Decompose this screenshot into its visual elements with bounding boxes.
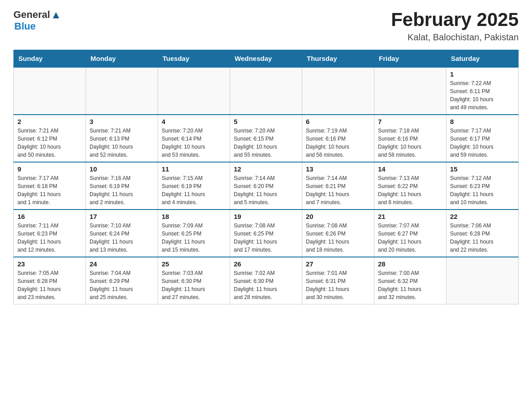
day-info: Sunrise: 7:19 AM Sunset: 6:16 PM Dayligh…	[306, 127, 370, 159]
day-info: Sunrise: 7:18 AM Sunset: 6:16 PM Dayligh…	[378, 127, 442, 159]
logo: General Blue	[13, 9, 61, 32]
calendar-week-row: 2Sunrise: 7:21 AM Sunset: 6:12 PM Daylig…	[14, 115, 519, 162]
day-info: Sunrise: 7:09 AM Sunset: 6:25 PM Dayligh…	[162, 222, 226, 254]
logo-blue-text: Blue	[14, 21, 36, 32]
calendar-cell: 1Sunrise: 7:22 AM Sunset: 6:11 PM Daylig…	[446, 67, 519, 115]
header-tuesday: Tuesday	[158, 50, 230, 68]
day-number: 1	[450, 70, 515, 78]
day-info: Sunrise: 7:02 AM Sunset: 6:30 PM Dayligh…	[234, 269, 298, 301]
calendar-cell: 18Sunrise: 7:09 AM Sunset: 6:25 PM Dayli…	[158, 210, 230, 257]
header-thursday: Thursday	[302, 50, 374, 68]
page-header: General Blue February 2025 Kalat, Baloch…	[13, 9, 519, 43]
day-number: 28	[378, 260, 442, 268]
calendar-cell: 10Sunrise: 7:16 AM Sunset: 6:19 PM Dayli…	[86, 162, 158, 210]
calendar-cell: 6Sunrise: 7:19 AM Sunset: 6:16 PM Daylig…	[302, 115, 374, 162]
calendar-week-row: 1Sunrise: 7:22 AM Sunset: 6:11 PM Daylig…	[14, 67, 519, 115]
day-info: Sunrise: 7:05 AM Sunset: 6:28 PM Dayligh…	[17, 269, 82, 301]
header-monday: Monday	[86, 50, 158, 68]
day-info: Sunrise: 7:00 AM Sunset: 6:32 PM Dayligh…	[378, 269, 442, 301]
calendar-cell: 13Sunrise: 7:14 AM Sunset: 6:21 PM Dayli…	[302, 162, 374, 210]
day-number: 2	[17, 118, 82, 125]
day-info: Sunrise: 7:07 AM Sunset: 6:27 PM Dayligh…	[378, 222, 442, 254]
calendar-cell	[230, 67, 302, 115]
day-number: 13	[306, 165, 370, 173]
calendar-cell: 28Sunrise: 7:00 AM Sunset: 6:32 PM Dayli…	[374, 257, 446, 304]
calendar-cell: 15Sunrise: 7:12 AM Sunset: 6:23 PM Dayli…	[446, 162, 519, 210]
calendar-cell: 16Sunrise: 7:11 AM Sunset: 6:23 PM Dayli…	[14, 210, 86, 257]
calendar-cell: 8Sunrise: 7:17 AM Sunset: 6:17 PM Daylig…	[446, 115, 519, 162]
calendar-cell: 14Sunrise: 7:13 AM Sunset: 6:22 PM Dayli…	[374, 162, 446, 210]
header-saturday: Saturday	[446, 50, 519, 68]
calendar-cell	[14, 67, 86, 115]
day-number: 9	[17, 165, 82, 173]
day-info: Sunrise: 7:04 AM Sunset: 6:29 PM Dayligh…	[90, 269, 154, 301]
day-number: 27	[306, 260, 370, 268]
day-number: 7	[378, 118, 442, 125]
calendar-cell: 7Sunrise: 7:18 AM Sunset: 6:16 PM Daylig…	[374, 115, 446, 162]
calendar-cell: 5Sunrise: 7:20 AM Sunset: 6:15 PM Daylig…	[230, 115, 302, 162]
calendar-cell: 20Sunrise: 7:08 AM Sunset: 6:26 PM Dayli…	[302, 210, 374, 257]
day-number: 11	[162, 165, 226, 173]
calendar-cell: 27Sunrise: 7:01 AM Sunset: 6:31 PM Dayli…	[302, 257, 374, 304]
calendar-cell	[86, 67, 158, 115]
logo-general-text: General	[13, 9, 50, 21]
day-number: 12	[234, 165, 298, 173]
day-number: 23	[17, 260, 82, 268]
day-info: Sunrise: 7:08 AM Sunset: 6:26 PM Dayligh…	[306, 222, 370, 254]
day-info: Sunrise: 7:14 AM Sunset: 6:21 PM Dayligh…	[306, 174, 370, 206]
day-number: 19	[234, 213, 298, 220]
calendar-cell: 23Sunrise: 7:05 AM Sunset: 6:28 PM Dayli…	[14, 257, 86, 304]
calendar-cell: 22Sunrise: 7:06 AM Sunset: 6:28 PM Dayli…	[446, 210, 519, 257]
day-info: Sunrise: 7:20 AM Sunset: 6:14 PM Dayligh…	[162, 127, 226, 159]
calendar-cell	[446, 257, 519, 304]
calendar-cell	[158, 67, 230, 115]
day-number: 14	[378, 165, 442, 173]
calendar-week-row: 23Sunrise: 7:05 AM Sunset: 6:28 PM Dayli…	[14, 257, 519, 304]
calendar-cell: 26Sunrise: 7:02 AM Sunset: 6:30 PM Dayli…	[230, 257, 302, 304]
day-info: Sunrise: 7:17 AM Sunset: 6:17 PM Dayligh…	[450, 127, 515, 159]
day-number: 26	[234, 260, 298, 268]
day-number: 18	[162, 213, 226, 220]
day-info: Sunrise: 7:17 AM Sunset: 6:18 PM Dayligh…	[17, 174, 82, 206]
calendar-week-row: 16Sunrise: 7:11 AM Sunset: 6:23 PM Dayli…	[14, 210, 519, 257]
calendar-cell: 11Sunrise: 7:15 AM Sunset: 6:19 PM Dayli…	[158, 162, 230, 210]
calendar-table: SundayMondayTuesdayWednesdayThursdayFrid…	[13, 50, 519, 304]
calendar-cell: 12Sunrise: 7:14 AM Sunset: 6:20 PM Dayli…	[230, 162, 302, 210]
svg-marker-0	[53, 12, 59, 18]
day-info: Sunrise: 7:13 AM Sunset: 6:22 PM Dayligh…	[378, 174, 442, 206]
calendar-cell: 4Sunrise: 7:20 AM Sunset: 6:14 PM Daylig…	[158, 115, 230, 162]
calendar-week-row: 9Sunrise: 7:17 AM Sunset: 6:18 PM Daylig…	[14, 162, 519, 210]
calendar-cell: 9Sunrise: 7:17 AM Sunset: 6:18 PM Daylig…	[14, 162, 86, 210]
day-info: Sunrise: 7:11 AM Sunset: 6:23 PM Dayligh…	[17, 222, 82, 254]
day-info: Sunrise: 7:12 AM Sunset: 6:23 PM Dayligh…	[450, 174, 515, 206]
day-info: Sunrise: 7:22 AM Sunset: 6:11 PM Dayligh…	[450, 79, 515, 111]
day-number: 22	[450, 213, 515, 220]
calendar-cell: 19Sunrise: 7:08 AM Sunset: 6:25 PM Dayli…	[230, 210, 302, 257]
day-info: Sunrise: 7:20 AM Sunset: 6:15 PM Dayligh…	[234, 127, 298, 159]
day-info: Sunrise: 7:06 AM Sunset: 6:28 PM Dayligh…	[450, 222, 515, 254]
day-number: 15	[450, 165, 515, 173]
day-info: Sunrise: 7:15 AM Sunset: 6:19 PM Dayligh…	[162, 174, 226, 206]
day-number: 4	[162, 118, 226, 125]
day-number: 16	[17, 213, 82, 220]
calendar-cell: 21Sunrise: 7:07 AM Sunset: 6:27 PM Dayli…	[374, 210, 446, 257]
header-wednesday: Wednesday	[230, 50, 302, 68]
header-sunday: Sunday	[14, 50, 86, 68]
day-number: 10	[90, 165, 154, 173]
day-info: Sunrise: 7:01 AM Sunset: 6:31 PM Dayligh…	[306, 269, 370, 301]
day-number: 21	[378, 213, 442, 220]
calendar-cell: 17Sunrise: 7:10 AM Sunset: 6:24 PM Dayli…	[86, 210, 158, 257]
logo-arrow-icon	[51, 10, 61, 20]
day-info: Sunrise: 7:21 AM Sunset: 6:13 PM Dayligh…	[90, 127, 154, 159]
title-block: February 2025 Kalat, Balochistan, Pakist…	[391, 9, 519, 43]
day-number: 8	[450, 118, 515, 125]
calendar-cell: 2Sunrise: 7:21 AM Sunset: 6:12 PM Daylig…	[14, 115, 86, 162]
calendar-cell	[302, 67, 374, 115]
calendar-cell: 25Sunrise: 7:03 AM Sunset: 6:30 PM Dayli…	[158, 257, 230, 304]
day-info: Sunrise: 7:21 AM Sunset: 6:12 PM Dayligh…	[17, 127, 82, 159]
day-number: 25	[162, 260, 226, 268]
day-info: Sunrise: 7:08 AM Sunset: 6:25 PM Dayligh…	[234, 222, 298, 254]
calendar-title: February 2025	[391, 9, 519, 30]
calendar-cell: 24Sunrise: 7:04 AM Sunset: 6:29 PM Dayli…	[86, 257, 158, 304]
header-friday: Friday	[374, 50, 446, 68]
